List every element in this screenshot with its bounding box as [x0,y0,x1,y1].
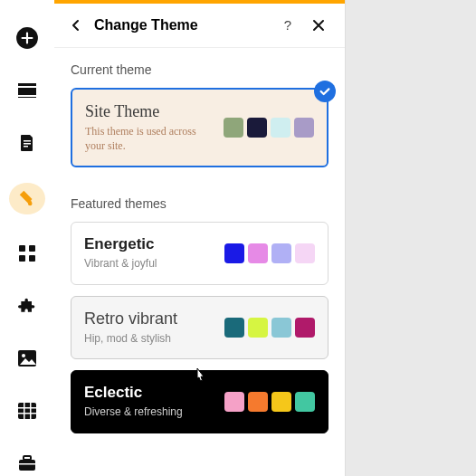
puzzle-icon [18,297,36,315]
panel-title: Change Theme [94,17,276,33]
theme-name: Site Theme [85,102,212,121]
left-rail [0,0,54,476]
theme-swatches [224,392,315,412]
svg-rect-10 [29,255,35,262]
close-icon [312,19,325,32]
panel-header: Change Theme ? [54,4,345,48]
sections-button[interactable] [13,78,42,103]
svg-rect-15 [18,413,36,414]
svg-rect-17 [30,403,32,419]
swatch [247,118,267,138]
chevron-left-icon [69,18,83,33]
theme-card-eclectic[interactable]: Eclectic Diverse & refreshing [71,370,328,433]
page-icon [19,134,35,152]
theme-desc: Diverse & refreshing [84,405,183,420]
swatch [271,243,291,263]
current-theme-label: Current theme [71,62,328,77]
theme-desc: Vibrant & joyful [84,257,157,271]
plugins-button[interactable] [13,293,42,319]
swatch [294,118,314,138]
svg-rect-1 [18,83,36,86]
canvas-area[interactable] [346,0,476,476]
back-button[interactable] [63,13,89,38]
theme-panel: Change Theme ? Current theme Site Theme … [54,0,346,476]
swatch [271,318,291,338]
theme-swatches [224,243,315,263]
swatch [295,243,315,263]
theme-name: Energetic [84,235,157,253]
svg-rect-20 [19,463,35,465]
add-button[interactable] [13,25,42,51]
check-icon [319,85,331,98]
theme-name: Retro vibrant [84,309,177,328]
svg-rect-7 [19,245,25,252]
swatch [295,392,315,412]
sections-icon [18,83,36,98]
design-button[interactable] [9,183,45,214]
svg-rect-9 [19,255,25,262]
svg-rect-18 [19,460,35,471]
theme-name: Eclectic [84,384,183,402]
svg-point-12 [22,354,25,357]
data-button[interactable] [13,398,42,424]
swatch [224,118,243,138]
pages-button[interactable] [13,130,42,156]
theme-card-retro-vibrant[interactable]: Retro vibrant Hip, mod & stylish [71,296,328,360]
current-theme-card[interactable]: Site Theme This theme is used across you… [71,88,328,167]
svg-rect-13 [18,403,36,419]
swatch [248,392,268,412]
svg-text:?: ? [284,18,291,33]
svg-rect-8 [29,245,35,252]
table-icon [18,403,36,419]
media-button[interactable] [13,346,42,371]
panel-content: Current theme Site Theme This theme is u… [54,48,345,476]
svg-rect-2 [18,88,36,95]
apps-button[interactable] [13,242,42,267]
selected-badge [314,81,336,102]
plus-circle-icon [15,26,39,50]
theme-swatches [224,118,314,138]
close-button[interactable] [307,14,330,37]
swatch [224,318,244,338]
swatch [248,318,268,338]
help-button[interactable]: ? [276,14,300,37]
swatch [224,243,244,263]
featured-themes-label: Featured themes [71,196,328,211]
swatch [248,243,268,263]
question-icon: ? [281,18,295,33]
image-icon [18,350,36,367]
svg-rect-16 [24,403,25,419]
svg-rect-14 [18,407,36,409]
paint-drop-icon [17,188,37,208]
swatch [271,118,290,138]
swatch [224,392,244,412]
briefcase-icon [18,455,36,471]
svg-rect-19 [24,456,31,460]
swatch [271,392,291,412]
business-button[interactable] [13,451,42,476]
theme-desc: Hip, mod & stylish [84,332,177,347]
theme-desc: This theme is used across your site. [85,125,212,153]
svg-rect-3 [18,97,36,98]
theme-swatches [224,318,315,338]
svg-rect-4 [24,140,31,142]
grid-icon [19,245,35,262]
swatch [295,318,315,338]
svg-rect-6 [24,146,28,148]
svg-rect-5 [24,143,31,145]
theme-card-energetic[interactable]: Energetic Vibrant & joyful [71,222,328,285]
